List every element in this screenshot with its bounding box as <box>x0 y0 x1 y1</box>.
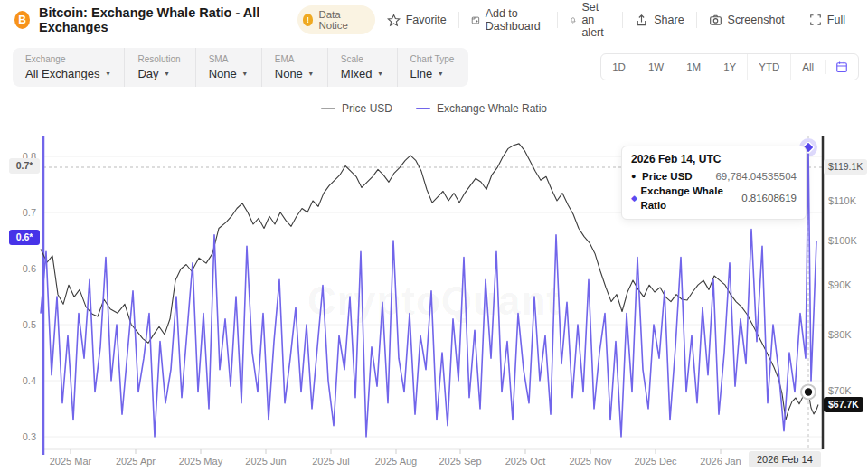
x-axis-label: 2025 Dec <box>623 456 688 467</box>
filter-value: Line <box>410 67 433 80</box>
share-icon <box>635 14 648 27</box>
left-axis-pill: 0.7* <box>9 158 40 174</box>
chevron-down-icon: ▾ <box>309 70 313 78</box>
dashboard-add-icon <box>471 14 480 27</box>
tooltip-price-row: ● Price USD 69,784.04535504 <box>631 169 797 184</box>
bitcoin-icon: B <box>14 11 30 29</box>
legend-label: Price USD <box>342 102 392 115</box>
filter-value: None <box>209 67 237 80</box>
left-axis-label: 0.6 <box>0 263 36 274</box>
range-1m[interactable]: 1M <box>675 54 712 80</box>
chart-legend: Price USDExchange Whale Ratio <box>0 94 868 123</box>
fullscreen-label: Full <box>827 14 845 26</box>
fullscreen-button[interactable]: Full <box>797 12 857 28</box>
share-label: Share <box>654 14 684 26</box>
chevron-down-icon: ▾ <box>106 70 109 78</box>
ratio-diamond-icon: ◆ <box>631 191 640 205</box>
x-axis-label: 2026 Jan <box>688 456 753 467</box>
warning-icon: ! <box>303 14 314 26</box>
right-axis-label: $110K <box>828 195 856 206</box>
chevron-down-icon: ▾ <box>439 70 442 78</box>
filter-label: SMA <box>209 54 247 64</box>
calendar-icon <box>835 61 848 73</box>
add-to-dashboard-button[interactable]: Add to Dashboard <box>458 12 557 28</box>
filter-ema[interactable]: EMANone▾ <box>261 48 327 87</box>
range-ytd[interactable]: YTD <box>747 54 790 80</box>
filter-label: Chart Type <box>410 54 455 64</box>
filter-value: All Exchanges <box>25 67 99 80</box>
chevron-down-icon: ▾ <box>243 70 247 78</box>
right-axis-label: $80K <box>828 329 852 340</box>
chart-area[interactable]: CryptoQuant 0.80.70.60.50.40.30.7*0.6*$1… <box>0 123 868 472</box>
x-axis-label: 2025 Apr <box>103 456 168 467</box>
screenshot-button[interactable]: Screenshot <box>696 12 797 28</box>
tooltip-ratio-label: Exchange Whale Ratio <box>640 184 737 212</box>
right-axis-label: $100K <box>828 235 857 246</box>
tooltip-price-label: Price USD <box>642 169 693 184</box>
x-axis-label: 2025 Nov <box>558 456 623 467</box>
filter-value: Mixed <box>341 67 373 80</box>
x-axis-label: 2025 Aug <box>363 456 429 467</box>
left-axis-label: 0.5 <box>0 319 36 330</box>
right-axis-pill: $119.1K <box>824 159 867 175</box>
x-axis-label: 2025 Jun <box>233 456 298 467</box>
range-1w[interactable]: 1W <box>637 54 675 80</box>
x-axis-label: 2025 Mar <box>38 456 103 467</box>
range-selector: 1D1W1M1YYTDAll <box>600 53 859 80</box>
x-axis-label: 2025 May <box>168 456 233 467</box>
filter-scale[interactable]: ScaleMixed▾ <box>327 48 397 87</box>
left-axis-label: 0.7 <box>0 207 36 218</box>
set-alert-button[interactable]: Set an alert <box>557 12 622 28</box>
x-axis-label: 2025 Jul <box>298 456 363 467</box>
star-icon <box>387 14 401 27</box>
data-notice-badge[interactable]: ! Data Notice <box>297 5 375 34</box>
filter-value: None <box>275 67 303 80</box>
tooltip-date: 2026 Feb 14, UTC <box>631 153 797 165</box>
legend-swatch-icon <box>416 108 430 109</box>
x-axis-label: 2025 Sep <box>428 456 493 467</box>
left-axis-pill: 0.6* <box>9 230 40 245</box>
set-alert-label: Set an alert <box>581 1 610 39</box>
data-notice-label: Data Notice <box>318 9 363 31</box>
filter-label: Scale <box>341 54 382 64</box>
tooltip-ratio-row: ◆ Exchange Whale Ratio 0.81608619 <box>631 184 797 212</box>
calendar-button[interactable] <box>825 60 858 74</box>
filter-exchange[interactable]: ExchangeAll Exchanges▾ <box>13 48 124 87</box>
legend-swatch-icon <box>321 108 335 109</box>
legend-item[interactable]: Price USD <box>321 102 392 115</box>
header: B Bitcoin: Exchange Whale Ratio - All Ex… <box>0 0 868 40</box>
tooltip-price-value: 69,784.04535504 <box>715 169 797 184</box>
left-axis-label: 0.4 <box>0 375 36 386</box>
range-buttons: 1D1W1M1YYTDAll <box>601 54 825 80</box>
price-marker <box>805 388 812 395</box>
filter-bar: ExchangeAll Exchanges▾ResolutionDay▾SMAN… <box>13 48 468 87</box>
chevron-down-icon: ▾ <box>379 70 382 78</box>
favorite-label: Favorite <box>406 14 447 26</box>
add-to-dashboard-label: Add to Dashboard <box>486 7 545 33</box>
filter-label: Resolution <box>137 54 180 64</box>
filter-resolution[interactable]: ResolutionDay▾ <box>124 48 194 87</box>
bell-icon <box>570 14 576 27</box>
filter-sma[interactable]: SMANone▾ <box>195 48 261 87</box>
controls-row: ExchangeAll Exchanges▾ResolutionDay▾SMAN… <box>0 40 868 94</box>
app-window: B Bitcoin: Exchange Whale Ratio - All Ex… <box>0 0 868 472</box>
favorite-button[interactable]: Favorite <box>375 12 458 28</box>
page-title: Bitcoin: Exchange Whale Ratio - All Exch… <box>39 5 288 34</box>
legend-label: Exchange Whale Ratio <box>437 102 547 115</box>
share-button[interactable]: Share <box>622 12 695 28</box>
range-1d[interactable]: 1D <box>601 54 637 80</box>
last-price-pill: $67.7K <box>824 397 863 412</box>
left-axis-label: 0.3 <box>0 431 36 442</box>
filter-label: EMA <box>275 54 313 64</box>
price-dot-icon: ● <box>631 169 642 184</box>
chevron-down-icon: ▾ <box>165 70 169 78</box>
right-axis-label: $90K <box>828 279 852 290</box>
camera-icon <box>709 14 722 27</box>
legend-item[interactable]: Exchange Whale Ratio <box>416 102 547 115</box>
right-axis-label: $70K <box>828 385 852 396</box>
toolbar: Favorite Add to Dashboard Set an alert S… <box>375 12 857 28</box>
range-all[interactable]: All <box>790 54 825 80</box>
range-1y[interactable]: 1Y <box>712 54 747 80</box>
screenshot-label: Screenshot <box>728 14 785 26</box>
filter-chart-type[interactable]: Chart TypeLine▾ <box>397 48 469 87</box>
